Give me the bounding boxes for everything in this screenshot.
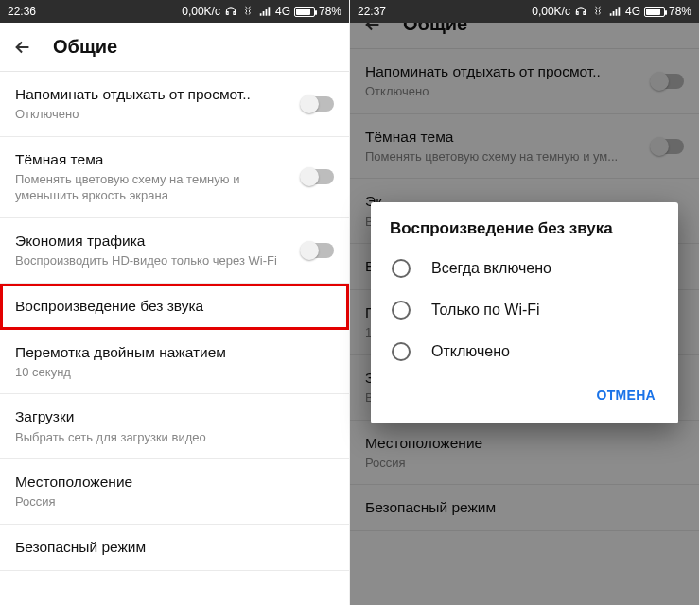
item-title: Безопасный режим <box>15 538 324 557</box>
radio-option-always-on[interactable]: Всегда включено <box>371 248 678 289</box>
cancel-button[interactable]: ОТМЕНА <box>589 380 663 410</box>
radio-label: Только по Wi-Fi <box>431 302 540 319</box>
status-nettype: 4G <box>625 5 640 18</box>
switch-toggle[interactable] <box>302 96 334 112</box>
item-title: Напоминать отдыхать от просмот.. <box>15 85 292 104</box>
item-muted-playback[interactable]: Воспроизведение без звука <box>0 284 349 330</box>
status-time: 22:36 <box>8 5 36 18</box>
item-dark-theme: Тёмная тема Поменять цветовую схему на т… <box>350 114 699 180</box>
battery-icon <box>644 7 665 17</box>
radio-icon <box>392 342 411 361</box>
item-title: Местоположение <box>15 473 324 492</box>
item-reminder[interactable]: Напоминать отдыхать от просмот.. Отключе… <box>0 72 349 137</box>
switch-toggle <box>652 74 684 89</box>
header: Общие <box>0 23 349 72</box>
radio-label: Отключено <box>431 343 510 360</box>
item-title: Загрузки <box>15 407 324 426</box>
page-title: Общие <box>53 36 117 58</box>
item-downloads[interactable]: Загрузки Выбрать сеть для загрузки видео <box>0 394 349 459</box>
vibrate-icon <box>241 5 254 18</box>
item-title: Тёмная тема <box>365 128 642 147</box>
radio-option-off[interactable]: Отключено <box>371 331 678 372</box>
item-location[interactable]: Местоположение Россия <box>0 459 349 525</box>
item-title: Экономия трафика <box>15 232 292 251</box>
switch-toggle[interactable] <box>302 169 334 184</box>
item-sub: Россия <box>365 455 674 472</box>
status-battery: 78% <box>669 5 691 18</box>
item-sub: Отключено <box>365 83 642 100</box>
settings-list: Напоминать отдыхать от просмот.. Отключе… <box>0 72 349 571</box>
item-sub: 10 секунд <box>15 364 324 381</box>
item-title: Тёмная тема <box>15 150 292 169</box>
item-sub: Отключено <box>15 106 292 123</box>
item-title: Воспроизведение без звука <box>15 297 324 316</box>
phone-right: 22:37 0,00K/с 4G 78% Общие <box>350 0 700 605</box>
item-data-saver[interactable]: Экономия трафика Воспроизводить HD-видео… <box>0 218 349 284</box>
signal-icon <box>258 5 271 18</box>
radio-icon <box>392 301 411 320</box>
switch-toggle <box>652 139 684 154</box>
item-sub: Воспроизводить HD-видео только через Wi-… <box>15 252 292 269</box>
muted-playback-dialog: Воспроизведение без звука Всегда включен… <box>371 202 678 424</box>
item-reminder: Напоминать отдыхать от просмот.. Отключе… <box>350 49 699 114</box>
battery-icon <box>294 7 315 17</box>
item-title: Местоположение <box>365 434 674 453</box>
item-safe-mode: Безопасный режим <box>350 485 699 531</box>
item-dark-theme[interactable]: Тёмная тема Поменять цветовую схему на т… <box>0 137 349 218</box>
item-sub: Россия <box>15 493 324 510</box>
back-arrow-icon[interactable] <box>11 36 34 59</box>
switch-toggle[interactable] <box>302 243 334 258</box>
status-net: 0,00K/с <box>532 5 570 18</box>
status-bar: 22:36 0,00K/с 4G 78% <box>0 0 349 23</box>
status-nettype: 4G <box>275 5 290 18</box>
item-title: Перемотка двойным нажатием <box>15 343 324 362</box>
status-bar: 22:37 0,00K/с 4G 78% <box>350 0 699 23</box>
status-net: 0,00K/с <box>182 5 220 18</box>
signal-icon <box>608 5 621 18</box>
item-title: Напоминать отдыхать от просмот.. <box>365 62 642 81</box>
item-title: Безопасный режим <box>365 498 674 517</box>
status-battery: 78% <box>319 5 341 18</box>
phone-left: 22:36 0,00K/с 4G 78% Общие <box>0 0 350 605</box>
status-time: 22:37 <box>358 5 386 18</box>
headphones-icon <box>574 5 587 18</box>
item-location: Местоположение Россия <box>350 421 699 486</box>
headphones-icon <box>224 5 237 18</box>
vibrate-icon <box>591 5 604 18</box>
item-sub: Поменять цветовую схему на темную и ум..… <box>365 148 642 165</box>
dialog-title: Воспроизведение без звука <box>371 202 678 248</box>
item-sub: Выбрать сеть для загрузки видео <box>15 429 324 446</box>
radio-icon <box>392 259 411 278</box>
radio-label: Всегда включено <box>431 260 551 277</box>
item-double-tap-seek[interactable]: Перемотка двойным нажатием 10 секунд <box>0 330 349 395</box>
radio-option-wifi-only[interactable]: Только по Wi-Fi <box>371 289 678 331</box>
item-sub: Поменять цветовую схему на темную и умен… <box>15 171 292 204</box>
item-safe-mode[interactable]: Безопасный режим <box>0 525 349 571</box>
